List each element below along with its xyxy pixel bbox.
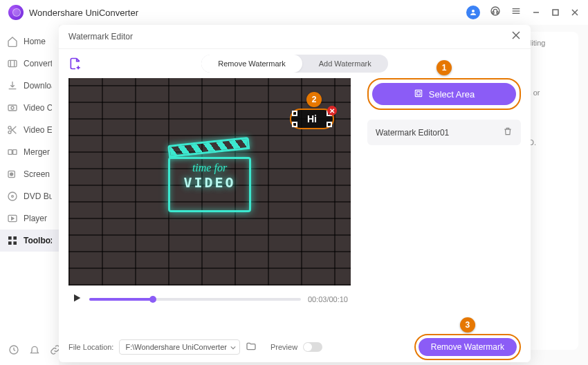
progress-slider[interactable] (89, 298, 301, 301)
delete-selection-icon[interactable]: ✕ (327, 106, 337, 115)
svg-point-14 (8, 127, 11, 129)
select-area-icon (414, 88, 423, 100)
svg-rect-33 (416, 91, 420, 95)
sidebar-item-label: Video Compressor (24, 103, 52, 113)
watermark-text: Hi (307, 113, 317, 124)
svg-point-19 (10, 173, 13, 176)
sidebar-item-toolbox[interactable]: Toolbox (0, 230, 59, 252)
file-location-label: File Location: (68, 343, 113, 351)
close-button[interactable] (570, 8, 580, 17)
time-label: 00:03/00:10 (308, 295, 348, 303)
svg-rect-17 (13, 150, 17, 155)
sidebar-item-label: DVD Burner (24, 191, 52, 201)
svg-rect-26 (13, 241, 17, 245)
player-icon (7, 213, 18, 224)
sidebar-item-label: Merger (24, 147, 50, 157)
neon-sign-graphic: time for VIDEO (168, 157, 251, 212)
watermark-item-label: Watermark Editor01 (376, 128, 449, 138)
sidebar-item-label: Home (24, 37, 46, 46)
svg-rect-32 (415, 90, 421, 96)
sidebar-item-converter[interactable]: Converter (0, 53, 59, 75)
svg-rect-3 (497, 12, 498, 14)
watermark-editor-modal: Watermark Editor Remove Watermark Add Wa… (59, 25, 531, 362)
svg-rect-23 (8, 236, 12, 240)
open-folder-icon[interactable] (246, 341, 257, 353)
sidebar-item-label: Video Editor (24, 125, 52, 135)
sidebar-item-label: Toolbox (24, 236, 52, 245)
app-logo-icon (8, 5, 24, 20)
sidebar-item-merger[interactable]: Merger (0, 141, 59, 163)
tab-remove-watermark[interactable]: Remove Watermark (201, 55, 302, 73)
file-location-select[interactable]: F:\Wondershare UniConverter (119, 339, 240, 355)
sidebar: Home Converter Downloader Video Compress… (0, 25, 59, 365)
chevron-down-icon (230, 344, 236, 352)
sidebar-item-label: Screen Recorder (24, 169, 52, 179)
app-title: Wondershare UniConverter (29, 8, 138, 18)
history-icon[interactable] (8, 344, 19, 358)
sidebar-item-editor[interactable]: Video Editor (0, 119, 59, 141)
compress-icon (7, 102, 18, 113)
menu-icon[interactable] (511, 6, 522, 19)
svg-point-13 (11, 106, 14, 109)
home-icon (7, 36, 18, 47)
tabs: Remove Watermark Add Watermark (201, 55, 387, 73)
svg-point-20 (8, 192, 17, 200)
annotation-badge-1: 1 (437, 60, 452, 75)
sidebar-item-label: Downloader (24, 81, 52, 91)
recorder-icon (7, 169, 18, 180)
minimize-button[interactable] (531, 8, 541, 17)
disc-icon (7, 191, 18, 202)
trash-icon[interactable] (503, 127, 513, 138)
sidebar-item-label: Player (24, 214, 47, 223)
bell-icon[interactable] (29, 344, 40, 358)
select-area-button[interactable]: Select Area (372, 83, 516, 105)
sidebar-item-dvd[interactable]: DVD Burner (0, 185, 59, 207)
modal-close-button[interactable] (511, 30, 521, 43)
download-icon (7, 80, 18, 91)
preview-toggle[interactable] (303, 342, 322, 352)
svg-rect-25 (8, 241, 12, 245)
modal-title: Watermark Editor (68, 32, 133, 41)
remove-watermark-button[interactable]: Remove Watermark (419, 338, 517, 356)
video-preview[interactable]: time for VIDEO Hi ✕ 2 (68, 78, 351, 286)
svg-rect-16 (8, 150, 12, 155)
svg-rect-8 (553, 10, 558, 15)
preview-label: Preview (270, 343, 297, 351)
svg-rect-2 (493, 12, 494, 14)
annotation-badge-2: 2 (306, 92, 322, 107)
add-file-icon[interactable] (68, 57, 82, 71)
svg-rect-12 (8, 105, 17, 111)
play-button[interactable] (71, 292, 82, 306)
sidebar-item-compressor[interactable]: Video Compressor (0, 97, 59, 119)
watermark-list-item[interactable]: Watermark Editor01 (367, 120, 521, 145)
user-avatar-icon[interactable] (466, 6, 480, 19)
annotation-badge-3: 3 (460, 317, 475, 333)
svg-point-0 (472, 10, 475, 12)
svg-rect-24 (13, 236, 17, 240)
scissors-icon (7, 124, 18, 135)
sidebar-item-label: Converter (24, 59, 52, 68)
support-icon[interactable] (490, 6, 501, 19)
tab-add-watermark[interactable]: Add Watermark (302, 55, 388, 73)
toolbox-icon (7, 235, 18, 246)
sidebar-item-downloader[interactable]: Downloader (0, 75, 59, 97)
svg-point-15 (8, 131, 11, 133)
converter-icon (7, 58, 18, 69)
sidebar-item-player[interactable]: Player (0, 207, 59, 230)
svg-rect-11 (8, 60, 17, 66)
sidebar-item-home[interactable]: Home (0, 30, 59, 53)
svg-point-21 (12, 196, 14, 198)
watermark-selection-box[interactable]: Hi ✕ (290, 109, 334, 129)
maximize-button[interactable] (551, 8, 560, 17)
merger-icon (7, 147, 18, 158)
sidebar-item-recorder[interactable]: Screen Recorder (0, 163, 59, 185)
